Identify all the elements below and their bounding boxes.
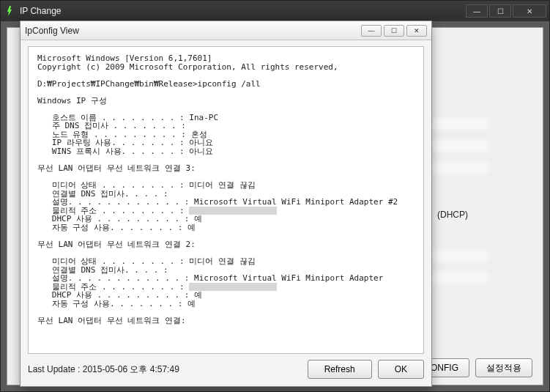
ipconfig-output: Microsoft Windows [Version 6,1,7601] Cop… xyxy=(28,46,424,354)
output-line: Copyright (c) 2009 Microsoft Corporation… xyxy=(37,62,338,72)
main-window-title: IP Change xyxy=(20,6,466,16)
app-icon xyxy=(4,5,15,17)
ok-button[interactable]: OK xyxy=(378,360,424,379)
main-titlebar[interactable]: IP Change — ☐ ✕ xyxy=(1,1,549,21)
output-line: 자동 구성 사용. . . . . . . : 예 xyxy=(37,299,196,308)
dialog-close-button[interactable]: ✕ xyxy=(406,25,427,37)
dialog-titlebar[interactable]: IpConfig View — ☐ ✕ xyxy=(21,21,431,40)
output-line: 자동 구성 사용. . . . . . . : 예 xyxy=(37,223,196,232)
maximize-button[interactable]: ☐ xyxy=(489,4,511,18)
output-line: WINS 프록시 사용. . . . . . : 아니요 xyxy=(37,147,213,156)
dialog-title: IpConfig View xyxy=(25,26,361,36)
output-line: 무선 LAN 어댑터 무선 네트워크 연결: xyxy=(37,316,186,325)
minimize-button[interactable]: — xyxy=(466,4,488,18)
output-line: 무선 LAN 어댑터 무선 네트워크 연결 2: xyxy=(37,240,196,249)
output-line: D:₩Projects₩IPChange₩bin₩Release>ipconfi… xyxy=(37,79,261,89)
apply-button[interactable]: 설정적용 xyxy=(475,358,532,377)
redacted-mac xyxy=(189,283,277,291)
output-line: Windows IP 구성 xyxy=(37,96,107,106)
dialog-footer: Last Update : 2015-05-06 오후 4:57:49 Refr… xyxy=(28,358,424,380)
redacted-mac xyxy=(189,207,277,215)
close-button[interactable]: ✕ xyxy=(513,4,546,18)
dhcp-label: (DHCP) xyxy=(437,210,468,220)
ipconfig-dialog: IpConfig View — ☐ ✕ Microsoft Windows [V… xyxy=(20,21,432,387)
dialog-maximize-button[interactable]: ☐ xyxy=(384,25,404,37)
last-update-label: Last Update : 2015-05-06 오후 4:57:49 xyxy=(28,363,302,376)
refresh-button[interactable]: Refresh xyxy=(308,360,372,379)
output-line: 무선 LAN 어댑터 무선 네트워크 연결 3: xyxy=(37,163,196,173)
dialog-minimize-button[interactable]: — xyxy=(361,25,382,37)
